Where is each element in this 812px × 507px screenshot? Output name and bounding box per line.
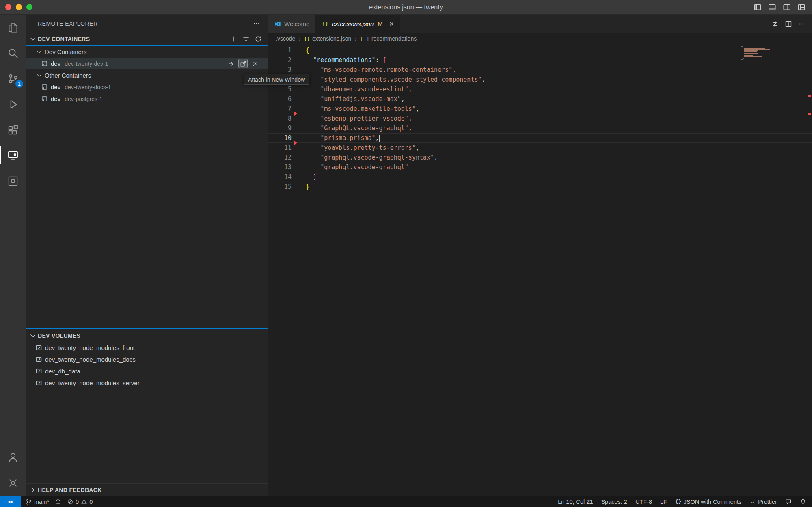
tree-group-dev-containers[interactable]: Dev Containers xyxy=(26,46,268,58)
activity-bar-item-remote-explorer[interactable] xyxy=(0,142,26,168)
sidebar-title: REMOTE EXPLORER xyxy=(38,20,98,27)
container-item-dev-twenty-docs-1[interactable]: devdev-twenty-docs-1 xyxy=(26,81,268,93)
tree-group-other-containers[interactable]: Other Containers xyxy=(26,69,268,81)
line-number: 15 xyxy=(268,182,306,192)
encoding-status[interactable]: UTF-8 xyxy=(635,498,652,505)
minimize-window-button[interactable] xyxy=(16,4,22,10)
volume-name: dev_twenty_node_modules_docs xyxy=(45,356,136,363)
formatter-status[interactable]: Prettier xyxy=(749,498,777,505)
activity-bar-item-extensions[interactable] xyxy=(0,117,26,142)
toggle-secondary-sidebar-icon[interactable] xyxy=(783,3,791,11)
code-line-12[interactable]: 12 "graphql.vscode-graphql-syntax", xyxy=(268,153,812,162)
close-window-button[interactable] xyxy=(5,4,11,10)
code-line-15[interactable]: 15} xyxy=(268,182,812,192)
section-dev-volumes[interactable]: DEV VOLUMES xyxy=(26,329,268,342)
code-line-5[interactable]: 5 "dbaeumer.vscode-eslint", xyxy=(268,84,812,94)
add-button[interactable] xyxy=(230,35,238,43)
volume-icon xyxy=(35,368,42,375)
activity-bar-item-run-debug[interactable] xyxy=(0,91,26,117)
code-line-6[interactable]: 6 "unifiedjs.vscode-mdx", xyxy=(268,94,812,104)
code-line-2[interactable]: 2 "recommendations": [ xyxy=(268,55,812,65)
line-number: 9 xyxy=(268,123,306,133)
cursor-position-status[interactable]: Ln 10, Col 21 xyxy=(558,498,593,505)
customize-layout-icon[interactable] xyxy=(797,3,806,11)
code-text: "ms-vscode-remote.remote-containers", xyxy=(306,65,456,75)
code-line-8[interactable]: 8 "esbenp.prettier-vscode", xyxy=(268,114,812,123)
inline-actions xyxy=(226,58,260,69)
filter-button[interactable] xyxy=(242,35,250,43)
code-text: "unifiedjs.vscode-mdx", xyxy=(306,94,405,104)
activity-bar-item-dev-containers[interactable] xyxy=(0,168,26,194)
attach-new-window-action-icon[interactable] xyxy=(238,59,248,68)
volume-item-dev-db-data[interactable]: dev_db_data xyxy=(26,365,268,377)
code-line-10[interactable]: 10 "prisma.prisma", xyxy=(268,133,812,143)
breadcrumb-file[interactable]: {} extensions.json xyxy=(304,35,351,42)
code-line-11[interactable]: 11 "yoavbls.pretty-ts-errors", xyxy=(268,143,812,153)
container-item-dev-twenty-dev-1[interactable]: devdev-twenty-dev-1 xyxy=(26,58,268,69)
eol-status[interactable]: LF xyxy=(660,498,667,505)
tab-welcome[interactable]: Welcome xyxy=(268,15,316,33)
close-action-icon[interactable] xyxy=(251,59,260,68)
zoom-window-button[interactable] xyxy=(26,4,32,10)
refresh-button[interactable] xyxy=(255,35,262,43)
indentation-status[interactable]: Spaces: 2 xyxy=(601,498,627,505)
toggle-primary-sidebar-icon[interactable] xyxy=(754,3,762,11)
remote-explorer-icon xyxy=(7,150,19,161)
code-editor[interactable]: 1{2 "recommendations": [3 "ms-vscode-rem… xyxy=(268,44,812,496)
volume-item-dev-twenty-node-modules-docs[interactable]: dev_twenty_node_modules_docs xyxy=(26,354,268,365)
attach-container-action-icon[interactable] xyxy=(226,59,235,68)
line-number: 13 xyxy=(268,162,306,172)
activity-bar-item-settings[interactable] xyxy=(0,470,26,496)
close-tab-icon[interactable]: × xyxy=(389,20,394,28)
tab-extensions-json[interactable]: {} extensions.json M × xyxy=(316,15,400,33)
container-item-dev-postgres-1[interactable]: devdev-postgres-1 xyxy=(26,93,268,105)
code-line-1[interactable]: 1{ xyxy=(268,45,812,55)
overview-ruler-change-mark xyxy=(808,95,811,97)
open-changes-icon[interactable] xyxy=(771,20,779,28)
breadcrumb-folder[interactable]: .vscode xyxy=(276,35,295,42)
activity-bar-item-explorer[interactable] xyxy=(0,15,26,40)
minimap-line xyxy=(744,54,758,54)
volume-item-dev-twenty-node-modules-server[interactable]: dev_twenty_node_modules_server xyxy=(26,377,268,389)
activity-bar-item-search[interactable] xyxy=(0,40,26,66)
section-dev-containers[interactable]: DEV CONTAINERS xyxy=(26,32,268,45)
editor-more-actions-icon[interactable] xyxy=(798,20,806,28)
vscode-logo-icon xyxy=(274,21,281,27)
more-actions-icon[interactable] xyxy=(253,20,260,27)
code-line-3[interactable]: 3 "ms-vscode-remote.remote-containers", xyxy=(268,65,812,75)
language-mode-status[interactable]: {} JSON with Comments xyxy=(675,498,741,505)
branch-icon xyxy=(26,498,32,505)
traffic-lights xyxy=(0,4,32,10)
code-text: "recommendations": [ xyxy=(306,55,387,65)
chevron-right-icon xyxy=(29,486,37,494)
feedback-status[interactable] xyxy=(785,498,792,505)
code-line-13[interactable]: 13 "graphql.vscode-graphql" xyxy=(268,162,812,172)
window-title: extensions.json — twenty xyxy=(0,4,812,11)
split-editor-icon[interactable] xyxy=(785,20,792,28)
problems-status[interactable]: 0 0 xyxy=(67,498,93,505)
breadcrumb-symbol[interactable]: [ ] recommendations xyxy=(360,35,417,42)
container-description: dev-twenty-docs-1 xyxy=(65,84,111,91)
section-help-and-feedback[interactable]: HELP AND FEEDBACK xyxy=(26,483,268,496)
code-line-4[interactable]: 4 "styled-components.vscode-styled-compo… xyxy=(268,75,812,84)
warning-icon xyxy=(81,498,87,505)
scm-badge: 1 xyxy=(15,80,23,88)
chevron-down-icon xyxy=(36,72,43,79)
volume-item-dev-twenty-node-modules-front[interactable]: dev_twenty_node_modules_front xyxy=(26,342,268,354)
minimap-line xyxy=(743,58,744,59)
container-icon xyxy=(41,84,48,91)
activity-bar-item-accounts[interactable] xyxy=(0,444,26,470)
activity-bar-item-source-control[interactable]: 1 xyxy=(0,66,26,91)
code-line-7[interactable]: 7 "ms-vscode.makefile-tools", xyxy=(268,104,812,114)
activity-bar: 1 xyxy=(0,15,26,496)
git-branch-status[interactable]: main* xyxy=(26,498,49,505)
sync-status[interactable] xyxy=(55,498,61,505)
toggle-panel-icon[interactable] xyxy=(768,3,776,11)
minimap[interactable] xyxy=(741,46,771,60)
volume-name: dev_twenty_node_modules_front xyxy=(45,344,135,351)
code-line-14[interactable]: 14 ] xyxy=(268,172,812,182)
notifications-status[interactable] xyxy=(800,498,806,505)
extensions-icon xyxy=(7,124,19,136)
code-line-9[interactable]: 9 "GraphQL.vscode-graphql", xyxy=(268,123,812,133)
remote-indicator[interactable]: >< xyxy=(0,496,21,507)
